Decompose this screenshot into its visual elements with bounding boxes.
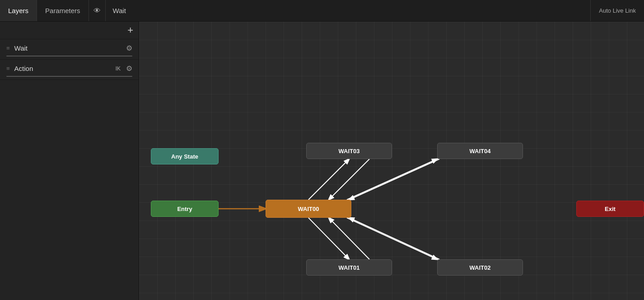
node-wait04[interactable]: WAIT04 [437, 143, 523, 159]
add-layer-button[interactable]: + [127, 25, 133, 35]
layer-item-wait[interactable]: ≡ Wait ⚙ [0, 39, 139, 60]
node-any-state-label: Any State [171, 153, 198, 160]
tab-parameters[interactable]: Parameters [37, 0, 89, 21]
layer-divider-wait [6, 56, 132, 56]
tab-layers-label: Layers [8, 7, 28, 14]
auto-live-link-button[interactable]: Auto Live Link [590, 0, 644, 21]
node-exit[interactable]: Exit [576, 201, 644, 217]
ik-badge: IK [116, 66, 121, 72]
node-entry[interactable]: Entry [151, 201, 219, 217]
layer-item-action[interactable]: ≡ Action IK ⚙ [0, 60, 139, 80]
tab-parameters-label: Parameters [45, 7, 80, 14]
node-wait02[interactable]: WAIT02 [437, 259, 523, 276]
sidebar-add-row: + [0, 22, 139, 39]
eye-button[interactable]: 👁 [89, 0, 106, 21]
svg-line-1 [308, 159, 349, 200]
main-layout: + ≡ Wait ⚙ ≡ Action IK ⚙ [0, 22, 644, 300]
svg-line-6 [329, 218, 369, 259]
graph-canvas[interactable]: Any State Entry WAIT00 WAIT01 WAIT02 WAI… [139, 22, 644, 300]
top-bar: Layers Parameters 👁 Wait Auto Live Link [0, 0, 644, 22]
svg-line-2 [329, 159, 369, 200]
node-wait01[interactable]: WAIT01 [306, 259, 392, 276]
node-wait03-label: WAIT03 [339, 148, 360, 155]
node-wait03[interactable]: WAIT03 [306, 143, 392, 159]
node-exit-label: Exit [605, 206, 616, 212]
breadcrumb-text: Wait [113, 7, 126, 14]
svg-line-8 [349, 218, 439, 259]
node-wait04-label: WAIT04 [470, 148, 491, 155]
drag-handle-action: ≡ [6, 65, 10, 72]
node-any-state[interactable]: Any State [151, 148, 219, 164]
layer-divider-action [6, 76, 132, 77]
drag-handle-wait: ≡ [6, 45, 10, 52]
layer-name-action: Action [14, 65, 112, 72]
node-wait02-label: WAIT02 [470, 264, 491, 271]
tab-layers[interactable]: Layers [0, 0, 37, 21]
svg-line-4 [349, 159, 439, 200]
gear-icon-wait[interactable]: ⚙ [126, 44, 132, 52]
auto-live-link-label: Auto Live Link [599, 7, 636, 14]
sidebar: + ≡ Wait ⚙ ≡ Action IK ⚙ [0, 22, 139, 300]
node-wait00-label: WAIT00 [298, 206, 319, 212]
svg-line-3 [347, 159, 437, 200]
node-wait01-label: WAIT01 [339, 264, 360, 271]
node-entry-label: Entry [177, 206, 192, 212]
add-icon: + [127, 24, 133, 36]
svg-line-7 [347, 218, 437, 259]
svg-line-5 [308, 218, 349, 259]
eye-icon: 👁 [93, 7, 101, 15]
gear-icon-action[interactable]: ⚙ [126, 64, 132, 73]
breadcrumb: Wait [106, 7, 133, 14]
node-wait00[interactable]: WAIT00 [266, 200, 351, 218]
layer-name-wait: Wait [14, 44, 122, 52]
